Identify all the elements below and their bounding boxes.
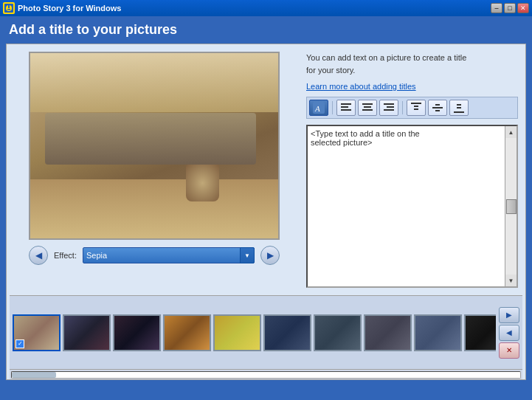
scroll-down-arrow[interactable]: ▼ [505,275,517,286]
position-top-button[interactable] [407,100,426,116]
preview-frame [29,52,280,240]
text-scrollbar[interactable]: ▲ ▼ [505,126,517,286]
photo-content [30,53,278,238]
svg-rect-8 [341,109,351,111]
position-bottom-button[interactable] [449,100,469,116]
svg-rect-17 [414,108,418,110]
page-title: Add a title to your pictures [6,22,526,38]
filmstrip-thumb-6[interactable] [263,314,311,351]
svg-rect-20 [435,110,440,111]
align-center-button[interactable] [358,100,377,116]
learn-more-link[interactable]: Learn more about adding titles [306,82,416,91]
svg-rect-16 [414,106,418,107]
filmstrip-thumb-7[interactable] [314,314,362,351]
photo-desk [30,179,278,238]
filmstrip-thumb-8[interactable] [364,314,412,351]
photo-mug [186,165,219,201]
preview-panel: ◀ Effect: No Effect Sepia Black & White … [14,52,294,288]
instructions: You can add text on a picture to create … [306,52,518,76]
filmstrip-thumb-2[interactable] [63,314,111,351]
svg-rect-15 [411,103,421,104]
filmstrip-container: ✓ [13,301,496,365]
top-section: ◀ Effect: No Effect Sepia Black & White … [7,44,525,295]
title-bar: Photo Story 3 for Windows – □ ✕ [0,0,532,16]
instructions-line1: You can add text on a picture to create … [306,53,466,62]
toolbar-separator-2 [402,101,403,114]
minimize-button[interactable]: – [491,3,502,13]
scroll-thumb[interactable] [506,199,517,214]
font-button[interactable]: A [309,100,328,116]
svg-rect-7 [341,106,348,108]
text-input-area: <Type text to add a title on the selecte… [306,125,518,288]
right-panel: You can add text on a picture to create … [306,52,518,288]
filmstrip-nav: ▶ ◀ ✕ [499,307,519,359]
filmstrip-thumb-1[interactable]: ✓ [13,314,61,351]
filmstrip-next-button[interactable]: ▶ [499,307,519,323]
position-middle-button[interactable] [428,100,447,116]
filmstrip-thumb-9[interactable] [414,314,462,351]
effect-select-wrapper: No Effect Sepia Black & White Watercolor… [83,247,255,263]
maximize-button[interactable]: □ [504,3,516,13]
filmstrip-thumb-3[interactable] [113,314,161,351]
svg-rect-23 [454,111,464,113]
app-title: Photo Story 3 for Windows [18,4,491,13]
svg-rect-3 [7,9,10,10]
filmstrip-scroll-thumb[interactable] [12,372,56,378]
close-button[interactable]: ✕ [517,3,529,13]
instructions-line2: for your story. [306,66,355,75]
svg-rect-12 [384,103,394,105]
toolbar-separator-1 [332,101,333,114]
svg-rect-11 [362,109,373,111]
filmstrip-thumb-5[interactable] [213,314,261,351]
svg-rect-9 [362,103,373,105]
svg-rect-19 [432,107,443,108]
preview-controls: ◀ Effect: No Effect Sepia Black & White … [29,246,280,265]
filmstrip-scroll-track[interactable] [11,371,521,379]
thumb-check-1: ✓ [15,339,24,348]
effect-select[interactable]: No Effect Sepia Black & White Watercolor [83,247,255,263]
prev-arrow-button[interactable]: ◀ [29,246,48,265]
title-textarea[interactable]: <Type text to add a title on the selecte… [308,126,505,286]
svg-rect-14 [384,109,394,111]
scroll-up-arrow[interactable]: ▲ [505,126,517,138]
photo-keyboard [45,113,256,165]
svg-rect-6 [341,103,351,105]
filmstrip-section: ✓ ▶ ◀ ✕ [10,295,522,369]
svg-rect-13 [387,106,394,108]
effect-label: Effect: [54,251,77,260]
svg-rect-21 [457,104,461,106]
align-left-button[interactable] [336,100,356,116]
filmstrip-prev-button[interactable]: ◀ [499,325,519,341]
filmstrip-thumb-10[interactable] [464,314,496,351]
format-toolbar: A [306,97,518,119]
photo-window-bg [30,53,278,112]
svg-rect-22 [457,107,461,108]
window-controls: – □ ✕ [491,3,529,13]
filmstrip-scrollbar [10,369,522,379]
svg-rect-2 [8,5,10,8]
content-area: ◀ Effect: No Effect Sepia Black & White … [6,44,526,380]
main-window: Add a title to your pictures ◀ [0,16,532,400]
svg-rect-18 [435,104,440,106]
svg-rect-10 [364,106,371,108]
filmstrip-thumb-4[interactable] [163,314,211,351]
app-icon [3,2,15,14]
filmstrip-wrapper: ✓ ▶ ◀ ✕ [7,295,525,379]
filmstrip-delete-button[interactable]: ✕ [499,342,519,359]
align-right-button[interactable] [379,100,398,116]
svg-text:A: A [314,104,320,113]
select-dropdown-icon: ▼ [240,247,255,263]
next-arrow-button[interactable]: ▶ [260,246,280,265]
